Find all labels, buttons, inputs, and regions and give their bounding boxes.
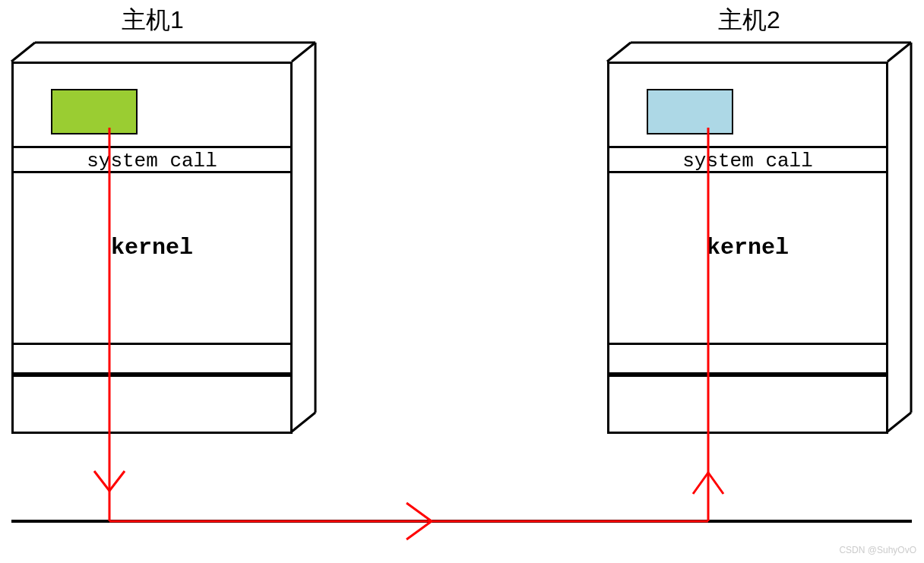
host2-title: 主机2 <box>718 4 780 37</box>
host1-app-box <box>51 89 138 134</box>
host1-systemcall-label: system call <box>14 150 290 172</box>
host2-app-box <box>647 89 733 134</box>
host2-box: system call kernel <box>607 62 888 434</box>
svg-marker-0 <box>292 43 315 432</box>
svg-line-5 <box>292 413 315 432</box>
diagram-container: 主机1 主机2 system call kernel <box>0 0 924 563</box>
host1-lower-row2top <box>14 375 290 377</box>
host2-systemcall-label: system call <box>609 150 886 172</box>
host2-systemcall-row: system call <box>609 146 886 173</box>
host1-lower-row1 <box>14 343 290 375</box>
svg-line-2 <box>11 43 35 62</box>
svg-line-12 <box>888 413 911 432</box>
svg-marker-7 <box>888 43 911 432</box>
host1-box: system call kernel <box>11 62 293 434</box>
host2-lower-row1 <box>609 343 886 375</box>
svg-marker-8 <box>607 43 911 62</box>
host1-systemcall-row: system call <box>14 146 290 173</box>
host2-lower-row2top <box>609 375 886 377</box>
host2-kernel-label: kernel <box>609 235 886 261</box>
host1-kernel-label: kernel <box>14 235 290 261</box>
svg-line-6 <box>292 43 315 62</box>
watermark: CSDN @SuhyOvO <box>839 545 916 555</box>
host1-title: 主机1 <box>122 4 184 37</box>
svg-marker-1 <box>11 43 315 62</box>
svg-line-9 <box>607 43 631 62</box>
svg-line-13 <box>888 43 911 62</box>
